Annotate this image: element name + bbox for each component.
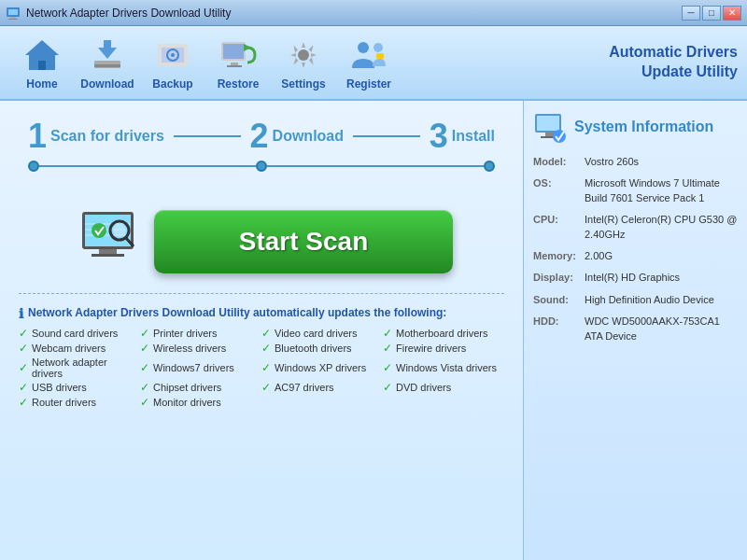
sysinfo-label: Sound: [533,293,585,307]
driver-name: USB drivers [32,382,87,393]
restore-icon [218,35,259,76]
home-icon [21,35,63,76]
maximize-button[interactable]: □ [702,6,721,21]
toolbar-item-restore[interactable]: Restore [205,31,271,94]
driver-item: ✓Sound card drivers [19,327,140,340]
driver-name: Bluetooth drivers [275,343,352,354]
driver-item: ✓Video card drivers [261,327,383,340]
sysinfo-row: OS:Microsoft Windows 7 Ultimate Build 76… [533,176,738,205]
driver-item: ✓Windows XP drivers [261,357,383,379]
step-3-number: 3 [430,119,448,153]
restore-label: Restore [218,77,260,91]
divider [19,293,504,294]
start-scan-button[interactable]: Start Scan [154,210,453,273]
driver-name: Router drivers [32,397,96,408]
register-icon [348,35,389,76]
check-icon: ✓ [19,361,28,374]
svg-rect-21 [376,53,384,59]
svg-point-19 [358,42,369,53]
svg-rect-34 [537,116,559,131]
title-bar: Network Adapter Drivers Download Utility… [0,0,747,26]
sysinfo-row: Display:Intel(R) HD Graphics [533,271,738,285]
toolbar-item-download[interactable]: Download [75,31,140,94]
driver-item [261,396,383,409]
step-3: 3 Install [430,119,495,153]
svg-marker-7 [98,40,117,59]
brand-line1: Automatic Drivers [609,43,738,63]
sysinfo-label: HDD: [533,315,585,343]
check-icon: ✓ [140,342,149,355]
settings-label: Settings [281,77,325,91]
driver-item: ✓Bluetooth drivers [261,342,383,355]
driver-item: ✓USB drivers [19,381,140,394]
steps-row: 1 Scan for drivers 2 Download 3 Install [28,119,495,153]
toolbar-item-register[interactable]: Register [336,31,402,94]
check-icon: ✓ [140,361,149,374]
sysinfo-value: High Definition Audio Device [585,293,738,307]
sysinfo-label: Display: [533,271,585,285]
left-panel: 1 Scan for drivers 2 Download 3 Install [0,101,523,560]
backup-label: Backup [152,77,192,91]
sysinfo-title: System Information [574,119,713,135]
sysinfo-row: Sound:High Definition Audio Device [533,293,738,307]
step-dot-3 [484,161,495,172]
brand-line2: Update Utility [609,63,738,82]
step-2: 2 Download [250,119,344,153]
svg-rect-3 [8,19,18,20]
register-label: Register [346,77,391,91]
svg-point-32 [92,223,106,238]
driver-name: Firewire drivers [396,343,466,354]
driver-item: ✓Windows Vista drivers [383,357,504,379]
main-layout: 1 Scan for drivers 2 Download 3 Install [0,101,747,560]
info-icon: ℹ [19,306,23,321]
check-icon: ✓ [383,361,392,374]
monitor-scan-svg [73,207,152,277]
driver-name: AC97 drivers [275,382,334,393]
sysinfo-value: Intel(R) Celeron(R) CPU G530 @ 2.40GHz [585,213,738,242]
check-icon: ✓ [140,327,149,340]
sysinfo-header: System Information [533,110,738,144]
sysinfo-label: Memory: [533,249,585,263]
sysinfo-fields: Model:Vostro 260sOS:Microsoft Windows 7 … [533,155,738,343]
driver-name: Windows7 drivers [153,362,234,373]
svg-rect-15 [231,63,238,65]
svg-point-30 [113,224,126,237]
check-icon: ✓ [19,327,28,340]
toolbar-item-home[interactable]: Home [9,31,75,94]
title-bar-controls: ─ □ ✕ [682,6,741,21]
driver-name: Sound card drivers [32,328,118,339]
toolbar-item-backup[interactable]: Backup [140,31,205,94]
toolbar: Home Download Backup Restore [0,26,747,101]
sysinfo-value: Vostro 260s [585,155,738,169]
check-icon: ✓ [383,381,392,394]
title-bar-text: Network Adapter Drivers Download Utility [26,7,682,20]
step-connector-2 [353,135,420,137]
sysinfo-icon [533,110,567,144]
svg-rect-14 [223,44,244,59]
download-icon [87,35,128,76]
step-2-number: 2 [250,119,269,153]
driver-name: Chipset drivers [153,382,221,393]
driver-name: Windows Vista drivers [396,362,497,373]
minimize-button[interactable]: ─ [682,6,700,21]
check-icon: ✓ [261,361,271,374]
driver-name: Wireless drivers [153,343,226,354]
right-panel: System Information Model:Vostro 260sOS:M… [523,101,747,560]
driver-name: Printer drivers [153,328,217,339]
settings-icon [283,35,324,76]
check-icon: ✓ [261,381,271,394]
svg-marker-17 [244,44,251,51]
driver-name: Network adapter drivers [32,357,140,379]
svg-rect-8 [94,64,120,67]
step-2-label: Download [273,128,344,145]
step-1-label: Scan for drivers [50,128,164,145]
check-icon: ✓ [261,327,271,340]
app-icon [6,6,21,21]
check-icon: ✓ [19,381,28,394]
close-button[interactable]: ✕ [723,6,741,21]
info-title: ℹ Network Adapter Drivers Download Utili… [19,306,504,321]
check-icon: ✓ [261,342,271,355]
step-line-2 [267,165,484,167]
toolbar-item-settings[interactable]: Settings [271,31,336,94]
driver-item: ✓Monitor drivers [140,396,261,409]
